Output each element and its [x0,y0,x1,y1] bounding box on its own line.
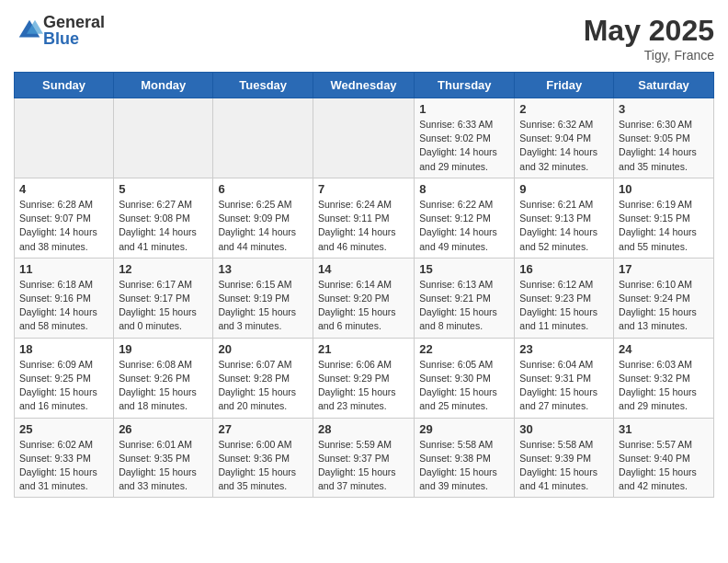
logo: General Blue [14,14,105,47]
day-info: Sunrise: 6:00 AMSunset: 9:36 PMDaylight:… [218,438,308,494]
table-row: 29Sunrise: 5:58 AMSunset: 9:38 PMDayligh… [415,418,515,498]
month-title: May 2025 [584,14,714,48]
table-row: 28Sunrise: 5:59 AMSunset: 9:37 PMDayligh… [313,418,414,498]
day-number: 12 [119,262,208,276]
day-info: Sunrise: 6:08 AMSunset: 9:26 PMDaylight:… [119,358,208,414]
week-row-2: 11Sunrise: 6:18 AMSunset: 9:16 PMDayligh… [15,258,714,338]
header-tuesday: Tuesday [213,73,313,98]
day-number: 4 [19,182,108,196]
header-friday: Friday [515,73,614,98]
day-number: 29 [419,422,509,436]
header-row: Sunday Monday Tuesday Wednesday Thursday… [15,73,714,98]
day-info: Sunrise: 6:05 AMSunset: 9:30 PMDaylight:… [419,358,509,414]
table-row: 23Sunrise: 6:04 AMSunset: 9:31 PMDayligh… [515,338,614,418]
day-number: 28 [318,422,409,436]
day-info: Sunrise: 5:57 AMSunset: 9:40 PMDaylight:… [619,438,709,494]
table-row: 27Sunrise: 6:00 AMSunset: 9:36 PMDayligh… [213,418,313,498]
day-number: 6 [218,182,308,196]
week-row-4: 25Sunrise: 6:02 AMSunset: 9:33 PMDayligh… [15,418,714,498]
logo-icon [16,17,43,44]
day-info: Sunrise: 5:58 AMSunset: 9:39 PMDaylight:… [519,438,609,494]
day-info: Sunrise: 6:14 AMSunset: 9:20 PMDaylight:… [318,278,409,334]
table-row: 17Sunrise: 6:10 AMSunset: 9:24 PMDayligh… [614,258,714,338]
table-row: 22Sunrise: 6:05 AMSunset: 9:30 PMDayligh… [415,338,515,418]
day-number: 19 [119,342,208,356]
page-header: General Blue May 2025 Tigy, France [14,14,714,63]
table-row: 30Sunrise: 5:58 AMSunset: 9:39 PMDayligh… [515,418,614,498]
table-row: 16Sunrise: 6:12 AMSunset: 9:23 PMDayligh… [515,258,614,338]
table-row: 25Sunrise: 6:02 AMSunset: 9:33 PMDayligh… [15,418,114,498]
day-number: 15 [419,262,509,276]
day-info: Sunrise: 5:59 AMSunset: 9:37 PMDaylight:… [318,438,409,494]
day-info: Sunrise: 6:28 AMSunset: 9:07 PMDaylight:… [19,198,108,254]
day-info: Sunrise: 6:18 AMSunset: 9:16 PMDaylight:… [19,278,108,334]
table-row [114,98,213,178]
day-number: 30 [519,422,609,436]
day-info: Sunrise: 6:07 AMSunset: 9:28 PMDaylight:… [218,358,308,414]
day-number: 25 [19,422,108,436]
table-row: 3Sunrise: 6:30 AMSunset: 9:05 PMDaylight… [614,98,714,178]
day-info: Sunrise: 6:33 AMSunset: 9:02 PMDaylight:… [419,118,509,174]
day-info: Sunrise: 6:04 AMSunset: 9:31 PMDaylight:… [519,358,609,414]
day-info: Sunrise: 6:24 AMSunset: 9:11 PMDaylight:… [318,198,409,254]
day-info: Sunrise: 6:22 AMSunset: 9:12 PMDaylight:… [419,198,509,254]
table-row: 2Sunrise: 6:32 AMSunset: 9:04 PMDaylight… [515,98,614,178]
header-wednesday: Wednesday [313,73,414,98]
day-number: 11 [19,262,108,276]
table-row: 13Sunrise: 6:15 AMSunset: 9:19 PMDayligh… [213,258,313,338]
day-number: 10 [619,182,709,196]
table-row: 10Sunrise: 6:19 AMSunset: 9:15 PMDayligh… [614,178,714,258]
day-info: Sunrise: 6:21 AMSunset: 9:13 PMDaylight:… [519,198,609,254]
day-number: 13 [218,262,308,276]
table-row: 6Sunrise: 6:25 AMSunset: 9:09 PMDaylight… [213,178,313,258]
calendar-table: Sunday Monday Tuesday Wednesday Thursday… [14,72,714,498]
day-number: 5 [119,182,208,196]
table-row: 21Sunrise: 6:06 AMSunset: 9:29 PMDayligh… [313,338,414,418]
day-number: 1 [419,102,509,116]
day-number: 21 [318,342,409,356]
table-row [15,98,114,178]
day-info: Sunrise: 6:32 AMSunset: 9:04 PMDaylight:… [519,118,609,174]
day-number: 23 [519,342,609,356]
day-info: Sunrise: 6:10 AMSunset: 9:24 PMDaylight:… [619,278,709,334]
header-saturday: Saturday [614,73,714,98]
day-info: Sunrise: 6:17 AMSunset: 9:17 PMDaylight:… [119,278,208,334]
table-row: 5Sunrise: 6:27 AMSunset: 9:08 PMDaylight… [114,178,213,258]
day-number: 18 [19,342,108,356]
day-number: 9 [519,182,609,196]
header-monday: Monday [114,73,213,98]
day-info: Sunrise: 6:06 AMSunset: 9:29 PMDaylight:… [318,358,409,414]
table-row: 12Sunrise: 6:17 AMSunset: 9:17 PMDayligh… [114,258,213,338]
day-number: 16 [519,262,609,276]
table-row [213,98,313,178]
table-row: 8Sunrise: 6:22 AMSunset: 9:12 PMDaylight… [415,178,515,258]
day-info: Sunrise: 6:09 AMSunset: 9:25 PMDaylight:… [19,358,108,414]
day-info: Sunrise: 6:12 AMSunset: 9:23 PMDaylight:… [519,278,609,334]
week-row-3: 18Sunrise: 6:09 AMSunset: 9:25 PMDayligh… [15,338,714,418]
table-row: 1Sunrise: 6:33 AMSunset: 9:02 PMDaylight… [415,98,515,178]
day-number: 31 [619,422,709,436]
day-info: Sunrise: 6:19 AMSunset: 9:15 PMDaylight:… [619,198,709,254]
logo-blue: Blue [43,30,105,47]
table-row: 11Sunrise: 6:18 AMSunset: 9:16 PMDayligh… [15,258,114,338]
logo-general: General [43,14,105,30]
table-row: 26Sunrise: 6:01 AMSunset: 9:35 PMDayligh… [114,418,213,498]
table-row: 20Sunrise: 6:07 AMSunset: 9:28 PMDayligh… [213,338,313,418]
table-row: 14Sunrise: 6:14 AMSunset: 9:20 PMDayligh… [313,258,414,338]
table-row: 15Sunrise: 6:13 AMSunset: 9:21 PMDayligh… [415,258,515,338]
header-sunday: Sunday [15,73,114,98]
day-number: 2 [519,102,609,116]
day-number: 26 [119,422,208,436]
day-number: 7 [318,182,409,196]
day-number: 24 [619,342,709,356]
day-info: Sunrise: 6:02 AMSunset: 9:33 PMDaylight:… [19,438,108,494]
logo-text: General Blue [43,14,105,47]
day-info: Sunrise: 6:15 AMSunset: 9:19 PMDaylight:… [218,278,308,334]
day-number: 27 [218,422,308,436]
week-row-1: 4Sunrise: 6:28 AMSunset: 9:07 PMDaylight… [15,178,714,258]
day-info: Sunrise: 6:27 AMSunset: 9:08 PMDaylight:… [119,198,208,254]
location: Tigy, France [584,48,714,63]
header-thursday: Thursday [415,73,515,98]
table-row: 4Sunrise: 6:28 AMSunset: 9:07 PMDaylight… [15,178,114,258]
day-info: Sunrise: 6:25 AMSunset: 9:09 PMDaylight:… [218,198,308,254]
